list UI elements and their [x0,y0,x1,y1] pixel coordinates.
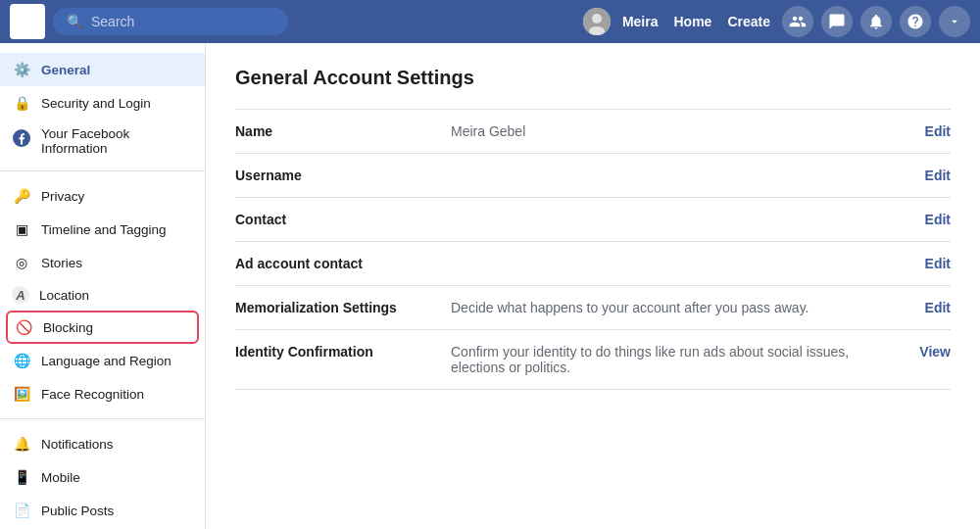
create-link[interactable]: Create [723,14,774,29]
sidebar-label-public-posts: Public Posts [41,504,114,518]
settings-row-identity: Identity Confirmation Confirm your ident… [235,329,951,390]
dropdown-icon[interactable] [939,6,970,37]
sidebar-item-language[interactable]: 🌐 Language and Region [0,344,205,377]
identity-value: Confirm your identity to do things like … [451,344,900,375]
sidebar-item-mobile[interactable]: 📱 Mobile [0,460,205,494]
memorialization-label: Memorialization Settings [235,300,451,315]
sidebar-item-location[interactable]: A Location [0,279,205,311]
username-edit-button[interactable]: Edit [906,168,951,183]
security-icon: 🔒 [12,93,31,113]
sidebar: ⚙️ General 🔒 Security and Login Your Fac… [0,43,206,529]
separator-2 [0,418,205,419]
privacy-icon: 🔑 [12,186,31,206]
sidebar-label-mobile: Mobile [41,470,80,485]
sidebar-item-notifications[interactable]: 🔔 Notifications [0,427,205,460]
general-icon: ⚙️ [12,60,31,79]
memorialization-value: Decide what happens to your account afte… [451,300,906,315]
header: 🔍 Meira Home Create [0,0,980,43]
svg-point-1 [592,14,602,24]
ad-contact-edit-button[interactable]: Edit [906,256,951,271]
face-recognition-icon: 🖼️ [12,384,31,404]
facebook-info-icon [12,128,31,148]
sidebar-label-security: Security and Login [41,96,151,111]
avatar [583,8,611,35]
search-input[interactable] [91,14,268,29]
identity-view-button[interactable]: View [900,344,951,360]
name-edit-button[interactable]: Edit [906,123,951,139]
search-bar[interactable]: 🔍 [53,8,288,35]
memorialization-edit-button[interactable]: Edit [906,300,951,315]
page-title: General Account Settings [235,67,951,89]
sidebar-item-security[interactable]: 🔒 Security and Login [0,86,205,120]
search-icon: 🔍 [67,14,83,29]
sidebar-item-blocking[interactable]: 🚫 Blocking [6,311,199,344]
timeline-icon: ▣ [12,219,31,239]
home-link[interactable]: Home [670,14,716,29]
separator-1 [0,170,205,171]
sidebar-label-location: Location [39,288,89,303]
blocking-icon: 🚫 [14,317,33,337]
sidebar-label-facebook-info: Your Facebook Information [41,126,193,156]
location-icon: A [12,286,29,304]
settings-row-name: Name Meira Gebel Edit [235,109,951,153]
sidebar-item-face-recognition[interactable]: 🖼️ Face Recognition [0,377,205,410]
sidebar-label-stories: Stories [41,256,82,270]
sidebar-label-timeline: Timeline and Tagging [41,222,167,237]
sidebar-label-face-recognition: Face Recognition [41,387,144,402]
sidebar-item-stories[interactable]: ◎ Stories [0,246,205,279]
identity-label: Identity Confirmation [235,344,451,360]
sidebar-item-public-posts[interactable]: 📄 Public Posts [0,494,205,527]
name-label: Name [235,123,451,139]
sidebar-item-general[interactable]: ⚙️ General [0,53,205,86]
facebook-logo [10,4,45,39]
help-icon[interactable] [900,6,931,37]
sidebar-label-general: General [41,63,90,77]
settings-row-username: Username Edit [235,153,951,197]
contact-edit-button[interactable]: Edit [906,212,951,227]
user-name: Meira [618,14,662,29]
sidebar-item-facebook-info[interactable]: Your Facebook Information [0,120,205,163]
sidebar-item-privacy[interactable]: 🔑 Privacy [0,179,205,213]
public-posts-icon: 📄 [12,501,31,520]
ad-contact-label: Ad account contact [235,256,451,271]
friends-icon[interactable] [782,6,813,37]
settings-row-memorialization: Memorialization Settings Decide what hap… [235,285,951,329]
sidebar-label-language: Language and Region [41,354,172,368]
name-value: Meira Gebel [451,123,906,139]
settings-row-ad-contact: Ad account contact Edit [235,241,951,285]
stories-icon: ◎ [12,253,31,272]
nav-items: Meira Home Create [583,6,970,37]
username-label: Username [235,168,451,183]
settings-row-contact: Contact Edit [235,197,951,241]
contact-label: Contact [235,212,451,227]
language-icon: 🌐 [12,351,31,370]
sidebar-label-blocking: Blocking [43,320,93,335]
sidebar-label-privacy: Privacy [41,189,84,204]
messenger-icon[interactable] [821,6,853,37]
layout: ⚙️ General 🔒 Security and Login Your Fac… [0,43,980,529]
notifications-icon[interactable] [860,6,892,37]
main-content: General Account Settings Name Meira Gebe… [206,43,980,529]
sidebar-item-timeline[interactable]: ▣ Timeline and Tagging [0,213,205,246]
mobile-icon: 📱 [12,467,31,487]
notifications-sidebar-icon: 🔔 [12,434,31,454]
sidebar-label-notifications: Notifications [41,437,114,452]
